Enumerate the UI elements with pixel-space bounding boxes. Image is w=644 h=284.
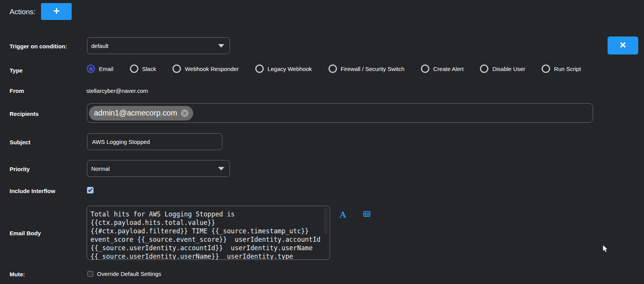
radio-icon <box>542 64 550 73</box>
trigger-condition-label: Trigger on condition: <box>10 43 67 50</box>
type-radio-slack[interactable]: Slack <box>130 64 156 73</box>
email-body-toolbar: A <box>340 210 370 219</box>
table-icon[interactable] <box>363 211 370 218</box>
type-radio-label: Disable User <box>492 66 525 72</box>
radio-icon <box>421 64 429 73</box>
recipient-chip-text: admin1@acmecorp.com <box>94 109 177 117</box>
priority-select[interactable]: Normal <box>87 160 230 177</box>
type-radio-group: Email Slack Webhook Responder Legacy Web… <box>87 64 581 73</box>
type-radio-run-script[interactable]: Run Script <box>542 64 581 73</box>
chevron-down-icon <box>218 44 224 48</box>
actions-label: Actions: <box>10 8 36 16</box>
subject-value: AWS Logging Stopped <box>92 139 150 145</box>
type-label: Type <box>10 67 23 74</box>
subject-label: Subject <box>10 139 30 145</box>
radio-icon <box>329 64 337 73</box>
mute-label: Mute: <box>10 271 25 277</box>
type-radio-label: Legacy Webhook <box>268 66 312 72</box>
recipient-chip: admin1@acmecorp.com <box>89 106 193 121</box>
type-radio-label: Firewall / Security Switch <box>341 66 405 72</box>
email-body-textarea[interactable]: Total hits for AWS Logging Stopped is {{… <box>87 206 330 260</box>
from-value: stellarcyber@naver.com <box>86 88 148 94</box>
trigger-condition-select[interactable]: default <box>87 37 230 54</box>
priority-label: Priority <box>10 166 30 172</box>
email-body-label: Email Body <box>10 230 41 236</box>
subject-input[interactable]: AWS Logging Stopped <box>87 133 222 150</box>
override-default-settings-checkbox[interactable] <box>87 271 93 277</box>
recipients-input[interactable]: admin1@acmecorp.com <box>87 103 593 123</box>
override-default-settings-label: Override Default Settings <box>97 271 161 277</box>
trigger-condition-value: default <box>91 43 108 49</box>
email-body-text: Total hits for AWS Logging Stopped is {{… <box>90 210 324 260</box>
type-radio-label: Create Alert <box>433 66 463 72</box>
radio-icon <box>130 64 138 73</box>
include-interflow-label: Include Interflow <box>10 188 55 194</box>
chevron-down-icon <box>218 167 224 170</box>
type-radio-webhook-responder[interactable]: Webhook Responder <box>172 64 239 73</box>
add-action-button[interactable] <box>41 3 72 20</box>
scrollbar-thumb[interactable] <box>324 208 328 234</box>
type-radio-firewall-security-switch[interactable]: Firewall / Security Switch <box>329 64 405 73</box>
remove-recipient-button[interactable] <box>181 109 189 117</box>
radio-icon <box>255 64 264 73</box>
type-radio-legacy-webhook[interactable]: Legacy Webhook <box>255 64 312 73</box>
remove-action-button[interactable] <box>608 36 638 54</box>
font-icon[interactable]: A <box>340 210 346 219</box>
type-radio-label: Run Script <box>554 66 581 72</box>
checkmark-icon <box>88 187 93 194</box>
include-interflow-checkbox[interactable] <box>87 187 94 193</box>
radio-icon <box>172 64 181 73</box>
plus-icon <box>54 8 59 15</box>
priority-value: Normal <box>91 165 110 172</box>
radio-icon <box>87 64 95 73</box>
type-radio-label: Email <box>99 66 113 72</box>
type-radio-email[interactable]: Email <box>87 64 113 73</box>
radio-icon <box>480 64 488 73</box>
type-radio-label: Slack <box>142 66 156 72</box>
from-label: From <box>10 88 24 94</box>
type-radio-label: Webhook Responder <box>185 66 239 72</box>
close-icon <box>620 42 626 49</box>
recipients-label: Recipients <box>10 111 39 117</box>
mouse-cursor <box>603 245 609 255</box>
type-radio-disable-user[interactable]: Disable User <box>480 64 525 73</box>
type-radio-create-alert[interactable]: Create Alert <box>421 64 463 73</box>
